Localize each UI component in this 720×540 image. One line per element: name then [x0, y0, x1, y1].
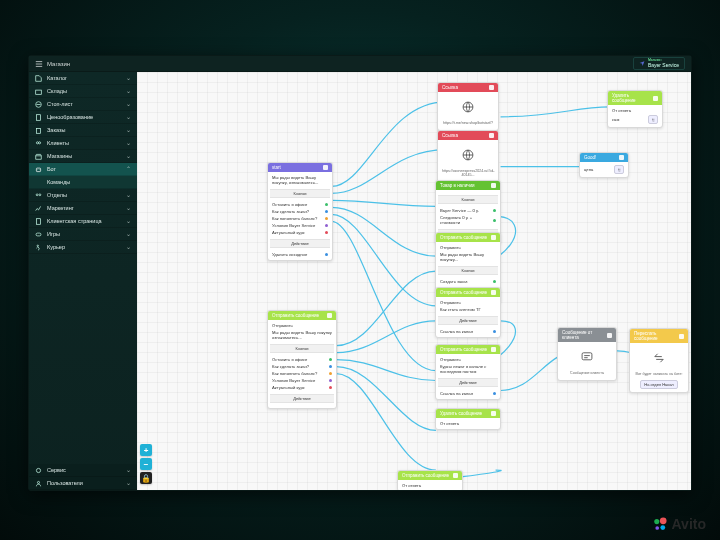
sidebar-item-orders[interactable]: Заказы⌄ [29, 124, 137, 137]
sidebar-item-games[interactable]: Игры⌄ [29, 228, 137, 241]
avito-logo-icon [652, 516, 668, 532]
zoom-in-button[interactable]: + [140, 444, 152, 456]
svg-point-8 [39, 169, 40, 170]
svg-point-15 [37, 481, 39, 483]
menu-icon[interactable] [35, 60, 43, 68]
sidebar-item-service[interactable]: Сервис⌄ [29, 464, 137, 477]
app-window: Магазин Магазин Bayer Service Каталог⌄ С… [28, 55, 692, 491]
svg-rect-12 [36, 233, 41, 236]
svg-point-14 [36, 468, 40, 472]
node-link-1[interactable]: Ссылка https://t.me/new.shop/botstart/? [437, 82, 499, 131]
sidebar-item-pricing[interactable]: Ценообразование⌄ [29, 111, 137, 124]
svg-rect-0 [36, 90, 42, 94]
svg-point-10 [39, 193, 41, 195]
svg-rect-11 [36, 218, 40, 224]
node-send-message-4[interactable]: Удалить сообщение От ответа [435, 408, 501, 430]
svg-rect-18 [582, 353, 592, 360]
svg-rect-2 [36, 114, 40, 120]
swap-icon [650, 349, 668, 367]
sidebar-item-marketing[interactable]: Маркетинг⌄ [29, 202, 137, 215]
chevron-down-icon: ⌄ [126, 75, 131, 81]
sidebar-item-commands[interactable]: Команды [29, 176, 137, 189]
svg-rect-6 [36, 168, 40, 172]
chat-icon [578, 348, 596, 366]
node-send-message-2[interactable]: Отправить сообщение Отправить Как стать … [435, 287, 501, 338]
sidebar-item-catalog[interactable]: Каталог⌄ [29, 72, 137, 85]
node-send-message-3[interactable]: Отправить сообщение Отправить Курсы лежа… [435, 344, 501, 400]
shop-name: Bayer Service [648, 62, 679, 68]
topbar: Магазин Магазин Bayer Service [29, 56, 691, 72]
svg-point-20 [659, 517, 666, 524]
node-badge-icon [323, 165, 328, 170]
sidebar-item-courier[interactable]: Курьер⌄ [29, 241, 137, 254]
node-client-message[interactable]: Сообщение от клиента Сообщение клиента [557, 327, 617, 381]
shop-selector[interactable]: Магазин Bayer Service [633, 57, 685, 70]
sidebar-item-users[interactable]: Пользователи⌄ [29, 477, 137, 490]
svg-point-7 [37, 169, 38, 170]
page-title: Магазин [47, 61, 70, 67]
svg-point-13 [37, 245, 38, 246]
sidebar-item-clientpage[interactable]: Клиентская страница⌄ [29, 215, 137, 228]
node-good[interactable]: Good! цена⎘ [579, 152, 629, 178]
node-send-message-6[interactable]: Отправить сообщение От ответа [397, 470, 463, 490]
airplane-icon [639, 60, 645, 67]
sidebar-item-bot[interactable]: Бот⌃ [29, 163, 137, 176]
node-send-message-5[interactable]: Отправить сообщение Отправить Мы рады ви… [267, 310, 337, 409]
svg-point-5 [39, 141, 41, 143]
sidebar-item-stoplist[interactable]: Стоп-лист⌄ [29, 98, 137, 111]
globe-icon [459, 98, 477, 116]
canvas-grid [137, 72, 691, 490]
svg-point-9 [36, 193, 38, 195]
chevron-up-icon: ⌃ [126, 166, 131, 172]
zoom-out-button[interactable]: − [140, 458, 152, 470]
zoom-controls: + − 🔒 [140, 444, 152, 484]
sidebar-item-clients[interactable]: Клиенты⌄ [29, 137, 137, 150]
svg-point-22 [660, 525, 665, 530]
flow-canvas[interactable]: start Мы рады видеть Вашу покупку, ознак… [137, 72, 691, 490]
sidebar-item-warehouses[interactable]: Склады⌄ [29, 85, 137, 98]
globe-icon [459, 146, 477, 164]
avito-watermark: Avito [652, 516, 706, 532]
sidebar: Каталог⌄ Склады⌄ Стоп-лист⌄ Ценообразова… [29, 72, 137, 490]
svg-point-21 [655, 526, 659, 530]
svg-rect-3 [36, 128, 40, 133]
node-start[interactable]: start Мы рады видеть Вашу покупку, ознак… [267, 162, 333, 261]
node-link-2[interactable]: Ссылка https://ozoneexpress2024.ru/#id-4… [437, 130, 499, 183]
svg-point-19 [654, 519, 659, 524]
lock-view-button[interactable]: 🔒 [140, 472, 152, 484]
sidebar-item-shops[interactable]: Магазины⌄ [29, 150, 137, 163]
sidebar-item-departments[interactable]: Отделы⌄ [29, 189, 137, 202]
node-delete-message-1[interactable]: Удалить сообщение От ответа сам⎘ [607, 90, 663, 128]
node-forward-message[interactable]: Переслать сообщение Вот будет написать н… [629, 328, 689, 393]
